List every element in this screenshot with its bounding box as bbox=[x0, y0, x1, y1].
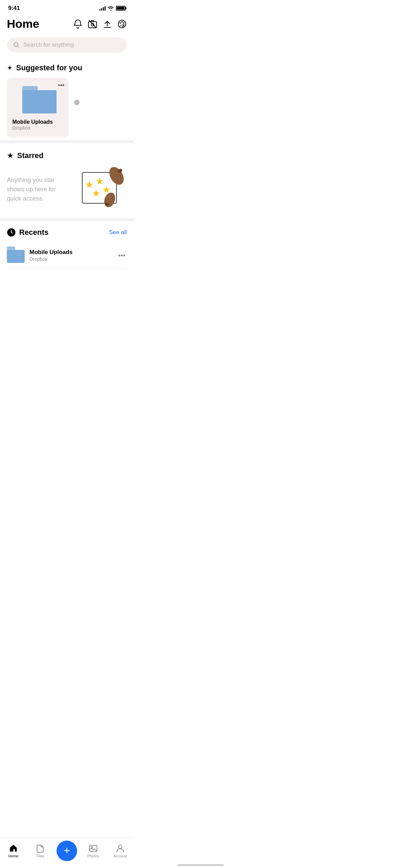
recent-folder-visual bbox=[7, 246, 25, 264]
starred-header: ★ Starred bbox=[7, 151, 127, 160]
card-subtitle: Dropbox bbox=[12, 125, 63, 131]
recent-item[interactable]: Mobile Uploads Dropbox ••• bbox=[7, 242, 127, 269]
header-actions bbox=[73, 19, 127, 29]
sparkle-icon: ✦ bbox=[7, 64, 13, 72]
status-icons bbox=[99, 6, 125, 11]
card-name: Mobile Uploads bbox=[12, 119, 63, 125]
search-container: Search for anything bbox=[0, 35, 134, 58]
search-bar[interactable]: Search for anything bbox=[7, 37, 127, 52]
wifi-icon bbox=[108, 6, 114, 11]
suggested-header: ✦ Suggested for you bbox=[7, 63, 127, 72]
bell-icon[interactable] bbox=[73, 19, 82, 29]
recents-title-group: Recents bbox=[7, 228, 49, 237]
palette-icon[interactable] bbox=[117, 19, 127, 29]
recents-title: Recents bbox=[19, 228, 49, 237]
svg-point-4 bbox=[120, 22, 121, 24]
recent-name: Mobile Uploads bbox=[29, 249, 117, 256]
see-all-button[interactable]: See all bbox=[109, 229, 127, 236]
starred-title: Starred bbox=[17, 151, 44, 160]
folder-visual bbox=[22, 86, 53, 113]
battery-icon bbox=[116, 6, 125, 11]
svg-point-6 bbox=[123, 22, 124, 24]
recents-header: Recents See all bbox=[7, 228, 127, 237]
svg-text:★: ★ bbox=[92, 188, 100, 198]
card-menu-icon[interactable]: ••• bbox=[58, 82, 64, 89]
signal-icon bbox=[99, 6, 106, 11]
suggested-card[interactable]: ••• Mobile Uploads Dropbox bbox=[7, 78, 69, 137]
starred-content: Anything you star shows up here for quic… bbox=[7, 166, 127, 210]
recent-menu-icon[interactable]: ••• bbox=[117, 252, 127, 260]
upload-icon[interactable] bbox=[103, 19, 112, 29]
card-info: Mobile Uploads Dropbox bbox=[12, 116, 63, 132]
section-divider bbox=[0, 140, 134, 143]
starred-desc-text: Anything you star shows up here for quic… bbox=[7, 176, 72, 203]
recents-section: Recents See all Mobile Uploads Dropbox •… bbox=[0, 221, 134, 269]
suggested-section: ✦ Suggested for you ••• Mobile Uploads D… bbox=[0, 58, 134, 140]
starred-description: Anything you star shows up here for quic… bbox=[7, 173, 72, 203]
camera-off-icon[interactable] bbox=[88, 20, 97, 28]
stars-illustration: ★ ★ ★ ★ bbox=[72, 166, 127, 210]
svg-point-5 bbox=[121, 21, 123, 23]
recent-info: Mobile Uploads Dropbox bbox=[29, 249, 117, 262]
carousel-row: ••• Mobile Uploads Dropbox bbox=[7, 78, 127, 137]
header: Home bbox=[0, 14, 134, 35]
recent-subtitle: Dropbox bbox=[29, 256, 117, 262]
suggested-title: Suggested for you bbox=[16, 63, 82, 72]
carousel-dot bbox=[74, 100, 80, 105]
page-title: Home bbox=[7, 17, 39, 31]
clock-icon bbox=[7, 228, 16, 237]
status-time: 9:41 bbox=[8, 5, 20, 12]
search-placeholder: Search for anything bbox=[23, 41, 74, 48]
section-divider-2 bbox=[0, 218, 134, 221]
status-bar: 9:41 bbox=[0, 0, 134, 14]
star-icon: ★ bbox=[7, 151, 14, 160]
starred-section: ★ Starred Anything you star shows up her… bbox=[0, 143, 134, 218]
search-icon bbox=[13, 41, 20, 48]
